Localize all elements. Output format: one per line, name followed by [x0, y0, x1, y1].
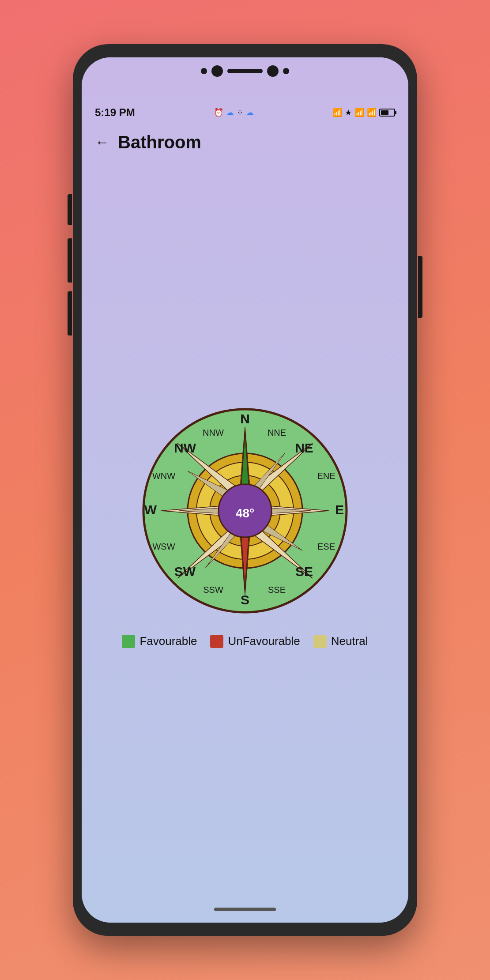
- svg-text:NNW: NNW: [203, 428, 224, 437]
- cloud-icon-1: ☁: [226, 108, 234, 117]
- compass-degree-text: 48°: [236, 506, 254, 520]
- signal-icon-2: 📶: [367, 108, 377, 117]
- svg-text:NW: NW: [174, 441, 196, 455]
- svg-text:WSW: WSW: [152, 542, 175, 551]
- wifi-icon: 📶: [332, 108, 342, 117]
- camera-lens-2: [267, 65, 279, 77]
- alarm-icon: ⏰: [214, 108, 223, 117]
- page-title: Bathroom: [118, 132, 201, 152]
- svg-text:SSW: SSW: [203, 585, 223, 595]
- svg-text:ENE: ENE: [317, 471, 335, 481]
- legend-item-favourable: Favourable: [122, 634, 197, 648]
- svg-text:NE: NE: [295, 441, 313, 455]
- volume-up-button[interactable]: [68, 194, 72, 225]
- phone-screen: 5:19 PM ⏰ ☁ ⁘ ☁ 📶 ★ 📶 📶 ← Bathroom: [82, 57, 408, 923]
- legend-label-neutral: Neutral: [331, 634, 368, 648]
- power-button[interactable]: [418, 256, 422, 318]
- status-time: 5:19 PM: [95, 106, 135, 119]
- compass-container: 48° N NE E SE S SW W: [139, 405, 351, 617]
- camera-dot-small: [201, 68, 207, 74]
- battery-tip: [395, 111, 396, 114]
- content-area: 48° N NE E SE S SW W: [82, 157, 408, 896]
- top-notch: [82, 57, 408, 97]
- status-right-icons: 📶 ★ 📶 📶: [332, 108, 395, 117]
- svg-text:S: S: [241, 592, 249, 607]
- status-left-icons: ⏰ ☁ ⁘ ☁: [214, 108, 254, 117]
- volume-down-button[interactable]: [68, 238, 72, 283]
- svg-text:SSE: SSE: [268, 585, 286, 595]
- signal-icon-1: 📶: [354, 108, 364, 117]
- legend: Favourable UnFavourable Neutral: [122, 634, 368, 648]
- legend-item-unfavourable: UnFavourable: [210, 634, 300, 648]
- back-button[interactable]: ←: [95, 134, 109, 151]
- compass-svg: 48° N NE E SE S SW W: [139, 405, 351, 617]
- battery-indicator: [379, 109, 395, 117]
- legend-label-favourable: Favourable: [139, 634, 197, 648]
- camera-dot-small-2: [283, 68, 289, 74]
- svg-text:N: N: [240, 411, 250, 426]
- apps-icon: ⁘: [237, 108, 243, 117]
- svg-text:W: W: [144, 502, 157, 517]
- silent-button[interactable]: [68, 291, 72, 335]
- svg-text:ESE: ESE: [317, 542, 335, 551]
- home-indicator[interactable]: [214, 908, 276, 911]
- svg-text:SE: SE: [295, 564, 313, 579]
- svg-text:NNE: NNE: [268, 428, 286, 437]
- legend-color-favourable: [122, 635, 135, 648]
- camera-lens: [211, 65, 223, 77]
- svg-text:E: E: [335, 502, 344, 517]
- cloud-icon-2: ☁: [246, 108, 254, 117]
- app-header: ← Bathroom: [82, 124, 408, 157]
- speaker-slot: [227, 69, 263, 73]
- camera-area: [201, 65, 289, 77]
- legend-item-neutral: Neutral: [313, 634, 368, 648]
- status-bar: 5:19 PM ⏰ ☁ ⁘ ☁ 📶 ★ 📶 📶: [82, 102, 408, 124]
- bluetooth-icon: ★: [345, 108, 352, 117]
- legend-color-unfavourable: [210, 635, 223, 648]
- phone-frame: 5:19 PM ⏰ ☁ ⁘ ☁ 📶 ★ 📶 📶 ← Bathroom: [73, 44, 417, 936]
- bottom-bar: [82, 896, 408, 923]
- legend-label-unfavourable: UnFavourable: [228, 634, 300, 648]
- legend-color-neutral: [313, 635, 327, 648]
- battery-fill: [381, 110, 388, 115]
- svg-text:SW: SW: [174, 564, 196, 579]
- svg-text:WNW: WNW: [152, 471, 175, 481]
